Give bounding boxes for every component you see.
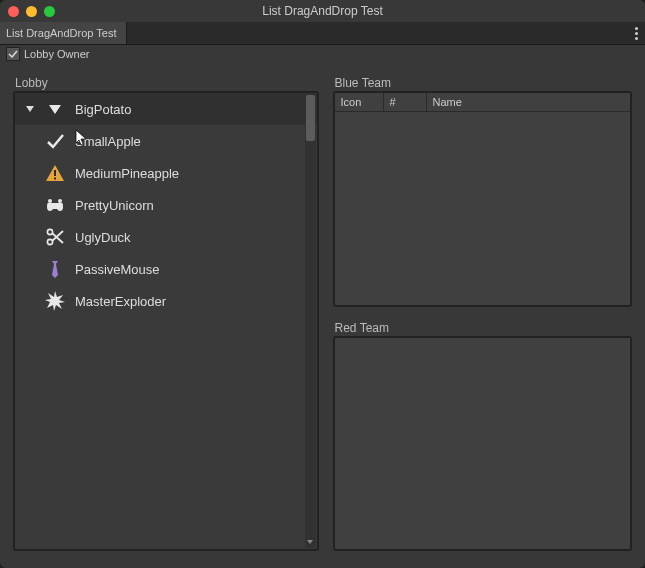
lobby-item[interactable]: MasterExploder [15, 285, 317, 317]
window-close-button[interactable] [8, 6, 19, 17]
scrollbar-thumb[interactable] [306, 95, 315, 141]
expand-caret-icon [25, 104, 35, 114]
lobby-item-label: PassiveMouse [75, 262, 160, 277]
checkmark-icon [45, 131, 65, 151]
lobby-panel-label: Lobby [13, 76, 319, 90]
lobby-owner-label: Lobby Owner [24, 48, 89, 60]
explosion-icon [45, 291, 65, 311]
team-table-header: Icon # Name [335, 93, 630, 112]
scissors-icon [45, 227, 65, 247]
lobby-item-label: MediumPineapple [75, 166, 179, 181]
triangle-down-icon [45, 99, 65, 119]
scrollbar[interactable] [305, 94, 316, 548]
red-team-panel[interactable] [333, 336, 632, 552]
svg-point-3 [58, 199, 62, 203]
tab-list-dragndrop[interactable]: List DragAndDrop Test [0, 22, 127, 44]
lobby-item[interactable]: UglyDuck [15, 221, 317, 253]
svg-point-2 [48, 199, 52, 203]
window-zoom-button[interactable] [44, 6, 55, 17]
gamepad-icon [45, 195, 65, 215]
window-title: List DragAndDrop Test [0, 4, 645, 18]
svg-rect-0 [54, 170, 56, 176]
tab-label: List DragAndDrop Test [6, 27, 116, 39]
lobby-owner-checkbox[interactable] [6, 47, 20, 61]
scrollbar-down-button[interactable] [306, 537, 315, 547]
team-header-num[interactable]: # [384, 93, 427, 111]
lobby-item[interactable]: MediumPineapple [15, 157, 317, 189]
team-header-name[interactable]: Name [427, 93, 630, 111]
lobby-item[interactable]: PassiveMouse [15, 253, 317, 285]
red-team-panel-label: Red Team [333, 321, 632, 335]
warning-icon [45, 163, 65, 183]
lobby-item-label: UglyDuck [75, 230, 131, 245]
window-titlebar: List DragAndDrop Test [0, 0, 645, 22]
lobby-item-label: SmallApple [75, 134, 141, 149]
tab-options-menu-button[interactable] [627, 27, 645, 40]
blue-team-panel-label: Blue Team [333, 76, 632, 90]
necktie-icon [45, 259, 65, 279]
blue-team-panel[interactable]: Icon # Name [333, 91, 632, 307]
lobby-item-label: PrettyUnicorn [75, 198, 154, 213]
lobby-item[interactable]: BigPotato [15, 93, 317, 125]
svg-rect-1 [54, 178, 56, 180]
lobby-item-label: MasterExploder [75, 294, 166, 309]
lobby-item[interactable]: SmallApple [15, 125, 317, 157]
lobby-panel: BigPotatoSmallAppleMediumPineapplePretty… [13, 91, 319, 551]
window-minimize-button[interactable] [26, 6, 37, 17]
lobby-item[interactable]: PrettyUnicorn [15, 189, 317, 221]
lobby-item-label: BigPotato [75, 102, 131, 117]
team-header-icon[interactable]: Icon [335, 93, 384, 111]
